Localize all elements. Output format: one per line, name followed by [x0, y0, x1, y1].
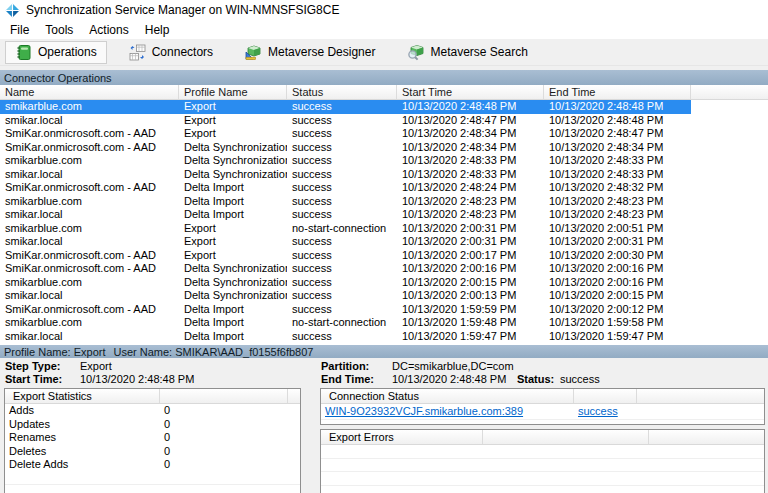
cell-status[interactable]: success	[287, 100, 397, 114]
cell-start-time[interactable]: 10/13/2020 2:48:48 PM	[397, 100, 544, 114]
cell-status[interactable]: success	[287, 195, 397, 209]
cell-start-time[interactable]: 10/13/2020 2:00:31 PM	[397, 235, 544, 249]
cell-end-time[interactable]: 10/13/2020 2:48:32 PM	[544, 181, 691, 195]
cell-name[interactable]: SmiKar.onmicrosoft.com - AAD	[0, 127, 179, 141]
column-header-start-time[interactable]: Start Time	[397, 85, 544, 99]
cell-start-time[interactable]: 10/13/2020 2:48:23 PM	[397, 208, 544, 222]
operation-row[interactable]: smikarblue.comExportno-start-connection1…	[0, 222, 768, 236]
column-header-status[interactable]: Status	[287, 85, 397, 99]
operation-row[interactable]: smikar.localDelta Importsuccess10/13/202…	[0, 208, 768, 222]
cell-status[interactable]: success	[287, 154, 397, 168]
cell-profile-name[interactable]: Delta Synchronization	[179, 289, 287, 303]
cell-profile-name[interactable]: Export	[179, 127, 287, 141]
operation-row[interactable]: smikarblue.comDelta Synchronizationsucce…	[0, 154, 768, 168]
cell-profile-name[interactable]: Export	[179, 222, 287, 236]
export-statistics-title[interactable]: Export Statistics	[5, 389, 160, 403]
cell-name[interactable]: smikarblue.com	[0, 154, 179, 168]
cell-name[interactable]: smikar.local	[0, 330, 179, 344]
cell-profile-name[interactable]: Delta Import	[179, 316, 287, 330]
cell-profile-name[interactable]: Delta Synchronization	[179, 168, 287, 182]
cell-name[interactable]: SmiKar.onmicrosoft.com - AAD	[0, 181, 179, 195]
cell-name[interactable]: smikar.local	[0, 168, 179, 182]
column-header-name[interactable]: Name	[0, 85, 179, 99]
operation-row[interactable]: SmiKar.onmicrosoft.com - AADDelta Synchr…	[0, 262, 768, 276]
cell-status[interactable]: success	[287, 208, 397, 222]
menu-help[interactable]: Help	[137, 21, 178, 39]
operation-row[interactable]: SmiKar.onmicrosoft.com - AADDelta Import…	[0, 303, 768, 317]
cell-profile-name[interactable]: Export	[179, 114, 287, 128]
cell-status[interactable]: success	[287, 114, 397, 128]
cell-end-time[interactable]: 10/13/2020 2:00:16 PM	[544, 262, 691, 276]
cell-name[interactable]: SmiKar.onmicrosoft.com - AAD	[0, 262, 179, 276]
cell-name[interactable]: SmiKar.onmicrosoft.com - AAD	[0, 249, 179, 263]
cell-end-time[interactable]: 10/13/2020 2:48:33 PM	[544, 168, 691, 182]
cell-profile-name[interactable]: Delta Synchronization	[179, 154, 287, 168]
cell-end-time[interactable]: 10/13/2020 2:00:15 PM	[544, 289, 691, 303]
cell-end-time[interactable]: 10/13/2020 2:00:30 PM	[544, 249, 691, 263]
cell-end-time[interactable]: 10/13/2020 2:00:16 PM	[544, 276, 691, 290]
cell-name[interactable]: smikarblue.com	[0, 222, 179, 236]
operation-row[interactable]: SmiKar.onmicrosoft.com - AADDelta Synchr…	[0, 141, 768, 155]
cell-name[interactable]: SmiKar.onmicrosoft.com - AAD	[0, 141, 179, 155]
cell-status[interactable]: success	[287, 127, 397, 141]
cell-name[interactable]: smikarblue.com	[0, 100, 179, 114]
cell-profile-name[interactable]: Delta Import	[179, 303, 287, 317]
cell-end-time[interactable]: 10/13/2020 2:00:51 PM	[544, 222, 691, 236]
operation-row[interactable]: smikar.localDelta Importsuccess10/13/202…	[0, 330, 768, 344]
cell-end-time[interactable]: 10/13/2020 2:00:12 PM	[544, 303, 691, 317]
operation-row[interactable]: smikarblue.comDelta Synchronizationsucce…	[0, 276, 768, 290]
cell-start-time[interactable]: 10/13/2020 2:00:31 PM	[397, 222, 544, 236]
cell-start-time[interactable]: 10/13/2020 1:59:48 PM	[397, 316, 544, 330]
cell-start-time[interactable]: 10/13/2020 2:00:13 PM	[397, 289, 544, 303]
cell-end-time[interactable]: 10/13/2020 2:48:23 PM	[544, 195, 691, 209]
operation-row[interactable]: smikarblue.comExportsuccess10/13/2020 2:…	[0, 100, 768, 114]
cell-status[interactable]: success	[287, 181, 397, 195]
cell-profile-name[interactable]: Delta Import	[179, 181, 287, 195]
operation-row[interactable]: smikar.localDelta Synchronizationsuccess…	[0, 289, 768, 303]
cell-end-time[interactable]: 10/13/2020 2:48:48 PM	[544, 114, 691, 128]
cell-status[interactable]: success	[287, 235, 397, 249]
cell-end-time[interactable]: 10/13/2020 2:00:31 PM	[544, 235, 691, 249]
cell-name[interactable]: smikarblue.com	[0, 276, 179, 290]
cell-start-time[interactable]: 10/13/2020 2:48:23 PM	[397, 195, 544, 209]
cell-name[interactable]: SmiKar.onmicrosoft.com - AAD	[0, 303, 179, 317]
cell-start-time[interactable]: 10/13/2020 1:59:59 PM	[397, 303, 544, 317]
cell-end-time[interactable]: 10/13/2020 1:59:58 PM	[544, 316, 691, 330]
metaverse-designer-button[interactable]: Metaverse Designer	[235, 41, 385, 64]
cell-status[interactable]: success	[287, 289, 397, 303]
connection-server-link[interactable]: WIN-9O23932VCJF.smikarblue.com:389	[321, 404, 574, 419]
cell-profile-name[interactable]: Export	[179, 100, 287, 114]
export-errors-column-2[interactable]	[483, 430, 649, 444]
cell-status[interactable]: success	[287, 168, 397, 182]
operation-row[interactable]: SmiKar.onmicrosoft.com - AADExportsucces…	[0, 127, 768, 141]
column-header-end-time[interactable]: End Time	[544, 85, 691, 99]
operation-row[interactable]: smikarblue.comDelta Importno-start-conne…	[0, 316, 768, 330]
operation-row[interactable]: SmiKar.onmicrosoft.com - AADDelta Import…	[0, 181, 768, 195]
cell-end-time[interactable]: 10/13/2020 2:48:47 PM	[544, 127, 691, 141]
operation-row[interactable]: smikar.localExportsuccess10/13/2020 2:00…	[0, 235, 768, 249]
cell-profile-name[interactable]: Delta Synchronization	[179, 141, 287, 155]
cell-start-time[interactable]: 10/13/2020 2:00:17 PM	[397, 249, 544, 263]
export-errors-title[interactable]: Export Errors	[321, 430, 483, 444]
cell-start-time[interactable]: 10/13/2020 2:48:34 PM	[397, 141, 544, 155]
cell-profile-name[interactable]: Delta Synchronization	[179, 276, 287, 290]
column-header-profile-name[interactable]: Profile Name	[179, 85, 287, 99]
cell-end-time[interactable]: 10/13/2020 2:48:23 PM	[544, 208, 691, 222]
cell-start-time[interactable]: 10/13/2020 2:48:24 PM	[397, 181, 544, 195]
cell-start-time[interactable]: 10/13/2020 2:48:47 PM	[397, 114, 544, 128]
operation-row[interactable]: smikarblue.comDelta Importsuccess10/13/2…	[0, 195, 768, 209]
connection-result-link[interactable]: success	[574, 404, 764, 419]
cell-status[interactable]: success	[287, 303, 397, 317]
cell-end-time[interactable]: 10/13/2020 2:48:34 PM	[544, 141, 691, 155]
cell-status[interactable]: success	[287, 262, 397, 276]
cell-profile-name[interactable]: Export	[179, 235, 287, 249]
cell-start-time[interactable]: 10/13/2020 2:48:33 PM	[397, 154, 544, 168]
cell-name[interactable]: smikarblue.com	[0, 195, 179, 209]
cell-status[interactable]: success	[287, 330, 397, 344]
operations-button[interactable]: Operations	[5, 41, 107, 64]
cell-profile-name[interactable]: Export	[179, 249, 287, 263]
cell-status[interactable]: success	[287, 249, 397, 263]
cell-end-time[interactable]: 10/13/2020 2:48:48 PM	[544, 100, 691, 114]
cell-start-time[interactable]: 10/13/2020 1:59:47 PM	[397, 330, 544, 344]
cell-status[interactable]: no-start-connection	[287, 222, 397, 236]
